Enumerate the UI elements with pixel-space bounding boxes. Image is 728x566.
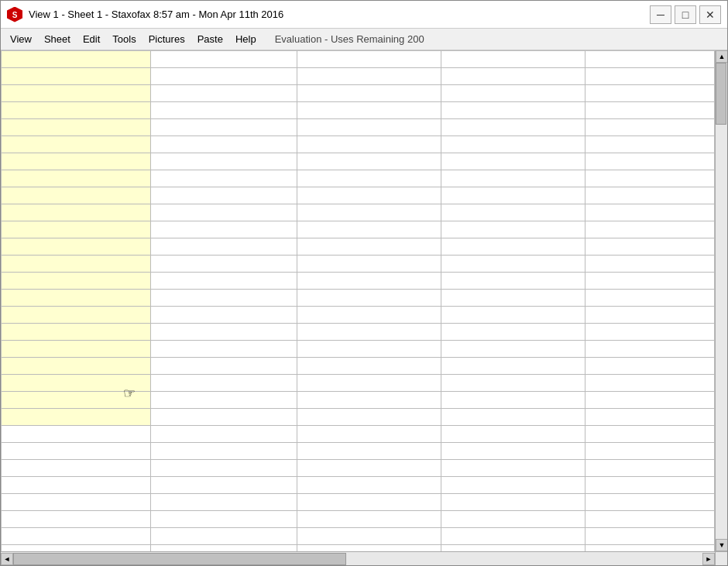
scroll-track-vertical[interactable] bbox=[716, 63, 727, 539]
table-row bbox=[2, 187, 715, 204]
menu-view[interactable]: View bbox=[4, 31, 38, 47]
table-row bbox=[2, 341, 715, 358]
scroll-up-button[interactable]: ▲ bbox=[716, 50, 727, 63]
table-row bbox=[2, 528, 715, 545]
table-row bbox=[2, 85, 715, 102]
table-row bbox=[2, 358, 715, 375]
table-row bbox=[2, 511, 715, 528]
title-text: View 1 - Sheet 1 - Staxofax 8:57 am - Mo… bbox=[29, 9, 283, 20]
table-row bbox=[2, 204, 715, 221]
spreadsheet-wrapper: ☞ bbox=[1, 50, 727, 565]
grid-table bbox=[1, 50, 715, 551]
window-controls: ─ □ ✕ bbox=[650, 5, 721, 24]
menu-paste[interactable]: Paste bbox=[191, 31, 229, 47]
table-row bbox=[2, 221, 715, 238]
menu-help[interactable]: Help bbox=[229, 31, 263, 47]
table-row bbox=[2, 460, 715, 477]
title-bar-left: S View 1 - Sheet 1 - Staxofax 8:57 am - … bbox=[7, 7, 283, 22]
scroll-down-button[interactable]: ▼ bbox=[716, 539, 727, 551]
maximize-button[interactable]: □ bbox=[675, 5, 696, 24]
menu-tools[interactable]: Tools bbox=[106, 31, 142, 47]
table-row bbox=[2, 409, 715, 426]
table-row bbox=[2, 119, 715, 136]
scroll-track-horizontal[interactable] bbox=[13, 553, 702, 565]
menu-sheet[interactable]: Sheet bbox=[38, 31, 77, 47]
table-row bbox=[2, 324, 715, 341]
table-row bbox=[2, 392, 715, 409]
table-row bbox=[2, 307, 715, 324]
table-row bbox=[2, 153, 715, 170]
title-bar: S View 1 - Sheet 1 - Staxofax 8:57 am - … bbox=[1, 1, 727, 29]
table-row bbox=[2, 68, 715, 85]
table-row bbox=[2, 290, 715, 307]
scroll-thumb-horizontal[interactable] bbox=[13, 553, 346, 565]
table-row bbox=[2, 238, 715, 256]
vertical-scrollbar[interactable]: ▲ ▼ bbox=[715, 50, 727, 551]
horizontal-scrollbar[interactable]: ◄ ► bbox=[1, 551, 727, 565]
table-row bbox=[2, 273, 715, 290]
table-row bbox=[2, 102, 715, 119]
table-row bbox=[2, 256, 715, 273]
eval-text: Evaluation - Uses Remaining 200 bbox=[275, 33, 424, 45]
table-row bbox=[2, 477, 715, 494]
minimize-button[interactable]: ─ bbox=[650, 5, 671, 24]
table-row bbox=[2, 51, 715, 68]
table-row bbox=[2, 443, 715, 460]
close-button[interactable]: ✕ bbox=[699, 5, 721, 24]
app-icon: S bbox=[7, 7, 22, 22]
svg-text:S: S bbox=[12, 11, 18, 19]
scroll-thumb-vertical[interactable] bbox=[716, 63, 726, 125]
spreadsheet-scroll-area: ☞ bbox=[1, 50, 727, 551]
table-row bbox=[2, 494, 715, 511]
menu-edit[interactable]: Edit bbox=[77, 31, 106, 47]
table-row bbox=[2, 170, 715, 187]
table-row bbox=[2, 136, 715, 153]
table-row bbox=[2, 545, 715, 552]
table-row bbox=[2, 375, 715, 392]
scroll-right-button[interactable]: ► bbox=[702, 553, 715, 565]
table-row bbox=[2, 426, 715, 443]
main-window: S View 1 - Sheet 1 - Staxofax 8:57 am - … bbox=[0, 0, 728, 566]
scroll-left-button[interactable]: ◄ bbox=[1, 553, 13, 565]
content-area: ☞ bbox=[1, 50, 727, 565]
spreadsheet-grid[interactable]: ☞ bbox=[1, 50, 715, 551]
menu-bar: View Sheet Edit Tools Pictures Paste Hel… bbox=[1, 29, 727, 50]
menu-pictures[interactable]: Pictures bbox=[143, 31, 191, 47]
